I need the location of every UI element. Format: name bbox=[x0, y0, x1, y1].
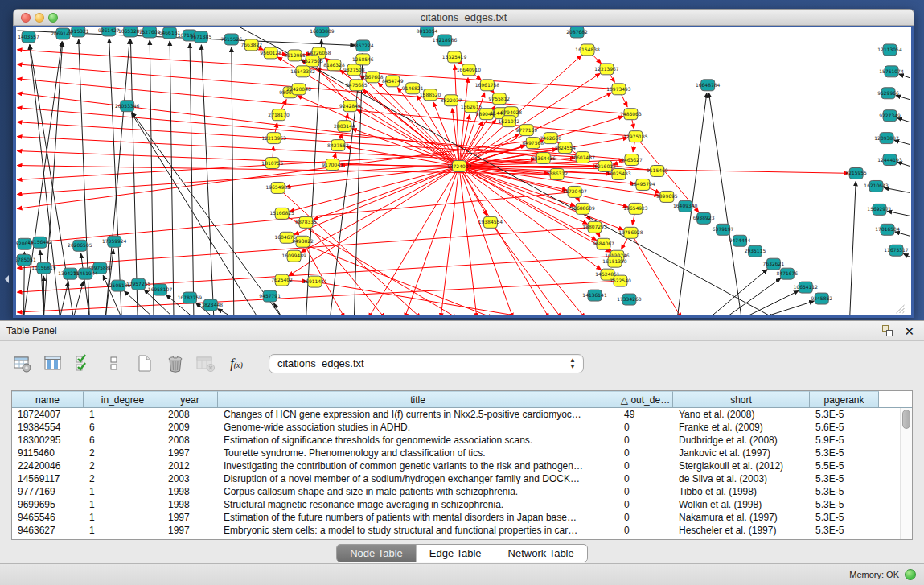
network-node[interactable]: 12975185 bbox=[623, 131, 648, 142]
close-panel-icon[interactable]: ✕ bbox=[904, 325, 914, 337]
table-row[interactable]: 1872400712008Changes of HCN gene express… bbox=[12, 408, 912, 421]
table-scrollbar-thumb[interactable] bbox=[902, 410, 910, 429]
network-node[interactable]: 15166825 bbox=[269, 208, 294, 219]
delete-column-icon[interactable] bbox=[164, 352, 187, 375]
network-node[interactable]: 9529966 bbox=[877, 88, 899, 99]
network-node[interactable]: 9170041 bbox=[322, 159, 343, 171]
new-column-icon[interactable] bbox=[133, 352, 156, 375]
citation-edge-red[interactable] bbox=[18, 137, 606, 167]
network-node[interactable]: 19218986 bbox=[433, 35, 458, 46]
column-header-in_degree[interactable]: in_degree bbox=[84, 391, 162, 407]
table-row[interactable]: 1456911722003Disruption of a novel membe… bbox=[12, 472, 912, 485]
network-node[interactable]: 7857224 bbox=[352, 40, 374, 51]
network-node[interactable]: 6379197 bbox=[713, 224, 734, 235]
network-node[interactable]: 11823448 bbox=[199, 299, 224, 311]
citation-edge-red[interactable] bbox=[491, 222, 561, 316]
citation-edge-red[interactable] bbox=[459, 167, 477, 316]
selection-mode-icon[interactable] bbox=[72, 352, 95, 375]
table-row[interactable]: 1938455462009Genome-wide association stu… bbox=[12, 421, 912, 434]
network-node[interactable]: 19654923 bbox=[623, 203, 648, 214]
node-table-header[interactable]: namein_degreeyeartitle△ out_de…shortpage… bbox=[12, 391, 912, 408]
table-row[interactable]: 946554611997Estimation of the future num… bbox=[12, 511, 912, 524]
network-node[interactable]: 16648784 bbox=[696, 80, 721, 91]
window-zoom-icon[interactable] bbox=[48, 13, 58, 23]
network-node[interactable]: 9560128 bbox=[260, 47, 281, 59]
citation-edge-black[interactable] bbox=[105, 39, 129, 316]
citation-edge-black[interactable] bbox=[130, 39, 138, 316]
network-node[interactable]: 1403557 bbox=[18, 31, 39, 43]
table-row[interactable]: 1830029562008Estimation of significance … bbox=[12, 434, 912, 447]
show-columns-icon[interactable] bbox=[42, 352, 64, 375]
network-node[interactable]: 16154838 bbox=[575, 44, 600, 56]
network-node[interactable]: 1810755 bbox=[261, 158, 283, 169]
citation-edge-black[interactable] bbox=[274, 303, 282, 316]
tab-node-table[interactable]: Node Table bbox=[337, 545, 417, 562]
citation-edge-black[interactable] bbox=[762, 301, 814, 316]
network-node[interactable]: 13325419 bbox=[442, 51, 467, 63]
network-node[interactable]: 16210643 bbox=[864, 180, 889, 192]
network-node[interactable]: 9115460 bbox=[647, 166, 668, 177]
network-node[interactable]: 9457791 bbox=[259, 290, 281, 302]
network-node[interactable]: 7625402 bbox=[271, 274, 293, 286]
citation-edge-black[interactable] bbox=[190, 43, 194, 316]
network-node[interactable]: 7485063 bbox=[620, 109, 642, 120]
table-row[interactable]: 977716911998Corpus callosum shape and si… bbox=[12, 485, 912, 498]
network-node[interactable]: 16785051 bbox=[16, 254, 36, 266]
network-node[interactable]: 7615526 bbox=[221, 34, 243, 45]
network-node[interactable]: 16099489 bbox=[281, 250, 306, 262]
network-node[interactable]: 11156819 bbox=[31, 262, 56, 274]
table-mode-icon[interactable] bbox=[11, 352, 34, 375]
citation-edge-black[interactable] bbox=[709, 93, 741, 316]
citation-network-graph[interactable]: 1403557206914067915321936142710653287152… bbox=[16, 27, 910, 316]
citation-edge-black[interactable] bbox=[895, 232, 910, 236]
citation-edge-black[interactable] bbox=[709, 270, 767, 316]
citation-edge-black[interactable] bbox=[850, 181, 856, 316]
network-node[interactable]: 17334260 bbox=[617, 294, 642, 305]
citation-edge-black[interactable] bbox=[60, 282, 68, 316]
network-node[interactable]: 8454749 bbox=[382, 76, 404, 87]
citation-edge-red[interactable] bbox=[630, 233, 681, 316]
network-node[interactable]: 10025483 bbox=[606, 169, 631, 180]
citation-edge-black[interactable] bbox=[150, 40, 154, 316]
network-node[interactable]: 6497568 bbox=[522, 138, 544, 149]
network-node[interactable]: 9463627 bbox=[621, 154, 643, 166]
network-node[interactable]: 8186328 bbox=[323, 60, 345, 71]
citation-edge-black[interactable] bbox=[73, 282, 83, 316]
network-node[interactable]: 7632621 bbox=[763, 258, 785, 270]
network-node[interactable]: 1258546 bbox=[352, 54, 374, 65]
column-header-out_degree[interactable]: △ out_de… bbox=[618, 391, 673, 407]
network-node[interactable]: 19756928 bbox=[618, 227, 643, 238]
network-node[interactable]: 16033809 bbox=[310, 27, 335, 37]
citation-edge-red[interactable] bbox=[441, 167, 459, 316]
network-table-select[interactable]: citations_edges.txt ▲▼ bbox=[269, 354, 584, 373]
network-node[interactable]: 7522540 bbox=[610, 275, 631, 286]
window-titlebar[interactable]: citations_edges.txt bbox=[13, 9, 914, 26]
network-node[interactable]: 9245852 bbox=[811, 293, 832, 304]
citation-edge-red[interactable] bbox=[282, 213, 457, 316]
network-node[interactable]: 17359924 bbox=[102, 236, 127, 247]
network-node[interactable]: 15692971 bbox=[867, 204, 892, 215]
citation-edge-black[interactable] bbox=[897, 163, 910, 167]
column-header-name[interactable]: name bbox=[12, 391, 84, 407]
citation-edge-red[interactable] bbox=[459, 167, 628, 208]
citation-edge-black[interactable] bbox=[30, 45, 60, 316]
network-node[interactable]: 20364436 bbox=[532, 153, 556, 164]
network-node[interactable]: 12213963 bbox=[261, 133, 286, 144]
citation-edge-black[interactable] bbox=[897, 118, 910, 122]
citation-edge-black[interactable] bbox=[330, 54, 362, 316]
network-view-window[interactable]: citations_edges.txt 14035572069140679153… bbox=[13, 9, 914, 318]
network-node[interactable]: 8822037 bbox=[441, 95, 462, 106]
network-node[interactable]: 16409340 bbox=[673, 200, 698, 212]
column-header-short[interactable]: short bbox=[673, 391, 810, 407]
network-node[interactable]: 2935115 bbox=[745, 245, 766, 257]
network-node[interactable]: 10688609 bbox=[570, 203, 595, 214]
network-node[interactable]: 12213967 bbox=[594, 64, 619, 75]
citation-edge-black[interactable] bbox=[894, 140, 910, 144]
network-node[interactable]: 20053346 bbox=[115, 101, 140, 112]
citation-edge-red[interactable] bbox=[315, 282, 529, 316]
column-header-title[interactable]: title bbox=[218, 391, 618, 407]
network-node[interactable]: 12093887 bbox=[874, 133, 899, 144]
network-node[interactable]: 9899695 bbox=[656, 191, 678, 202]
table-row[interactable]: 2242004622012Investigating the contribut… bbox=[12, 459, 912, 472]
network-node[interactable]: 9227349 bbox=[879, 110, 901, 122]
